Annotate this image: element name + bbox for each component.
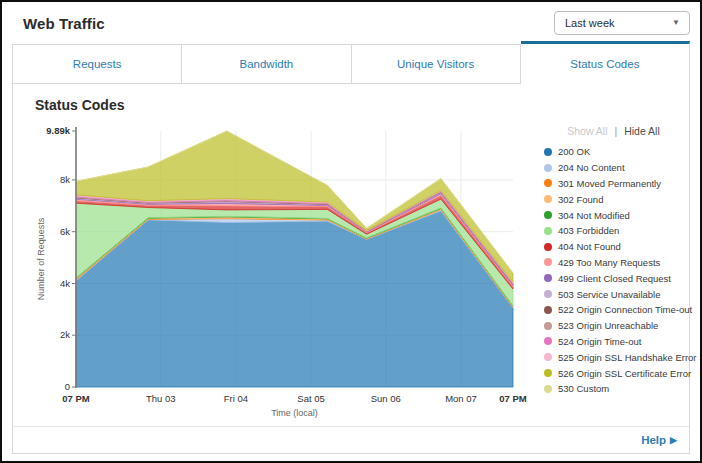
legend-label: 503 Service Unavailable (558, 289, 660, 300)
legend-color-dot (544, 211, 552, 219)
legend-color-dot (544, 322, 552, 330)
tab-status-codes[interactable]: Status Codes (521, 41, 690, 84)
hide-all-button[interactable]: Hide All (624, 125, 660, 137)
legend-item[interactable]: 304 Not Modified (544, 207, 683, 223)
tab-unique-visitors[interactable]: Unique Visitors (352, 44, 521, 84)
legend-item[interactable]: 499 Client Closed Request (544, 270, 683, 286)
chart-and-legend: 02k4k6k8k9.89k07 PMThu 03Fri 04Sat 05Sun… (13, 121, 689, 426)
legend-separator: | (614, 125, 617, 137)
svg-text:Number of Requests: Number of Requests (36, 217, 46, 300)
panel-footer: Help ▶ (13, 426, 689, 453)
legend-label: 302 Found (558, 194, 603, 205)
tab-requests[interactable]: Requests (12, 44, 182, 84)
svg-text:07 PM: 07 PM (499, 393, 527, 404)
show-all-button[interactable]: Show All (567, 125, 607, 137)
legend-item[interactable]: 204 No Content (544, 160, 683, 176)
panel-title: Status Codes (35, 97, 689, 115)
legend-item[interactable]: 302 Found (544, 191, 683, 207)
legend-label: 301 Moved Permanently (558, 178, 661, 189)
legend-color-dot (544, 227, 552, 235)
legend-color-dot (544, 369, 552, 377)
legend-item[interactable]: 403 Forbidden (544, 223, 683, 239)
legend-label: 525 Origin SSL Handshake Error (558, 352, 697, 363)
legend-item[interactable]: 429 Too Many Requests (544, 255, 683, 271)
legend-item[interactable]: 523 Origin Unreachable (544, 318, 683, 334)
legend-label: 522 Origin Connection Time-out (558, 304, 692, 315)
legend-color-dot (544, 148, 552, 156)
legend-label: 524 Origin Time-out (558, 336, 641, 347)
legend-color-dot (544, 385, 552, 393)
svg-text:Thu 03: Thu 03 (146, 393, 176, 404)
legend-item[interactable]: 530 Custom (544, 381, 683, 397)
svg-text:Sun 06: Sun 06 (371, 393, 401, 404)
svg-text:0: 0 (65, 381, 70, 392)
legend-label: 204 No Content (558, 162, 625, 173)
svg-text:Sat 05: Sat 05 (297, 393, 324, 404)
legend-item[interactable]: 503 Service Unavailable (544, 286, 683, 302)
legend-item[interactable]: 524 Origin Time-out (544, 334, 683, 350)
legend-item[interactable]: 301 Moved Permanently (544, 176, 683, 192)
legend-color-dot (544, 353, 552, 361)
chart-canvas[interactable]: 02k4k6k8k9.89k07 PMThu 03Fri 04Sat 05Sun… (33, 121, 538, 426)
svg-text:9.89k: 9.89k (46, 125, 70, 136)
legend-item[interactable]: 526 Origin SSL Certificate Error (544, 365, 683, 381)
chevron-down-icon: ▼ (672, 19, 680, 27)
app-window: Web Traffic Last week ▼ RequestsBandwidt… (0, 0, 702, 463)
legend-label: 429 Too Many Requests (558, 257, 660, 268)
svg-text:6k: 6k (60, 226, 70, 237)
svg-text:4k: 4k (60, 278, 70, 289)
legend-label: 304 Not Modified (558, 210, 630, 221)
legend-label: 403 Forbidden (558, 225, 619, 236)
legend-list: 200 OK204 No Content301 Moved Permanentl… (544, 144, 683, 397)
legend-label: 523 Origin Unreachable (558, 320, 658, 331)
svg-text:2k: 2k (60, 329, 70, 340)
tab-bar: RequestsBandwidthUnique VisitorsStatus C… (12, 44, 690, 84)
svg-text:Time (local): Time (local) (271, 408, 318, 418)
header: Web Traffic Last week ▼ (2, 2, 700, 44)
svg-text:Fri 04: Fri 04 (224, 393, 248, 404)
legend-label: 404 Not Found (558, 241, 621, 252)
legend-color-dot (544, 290, 552, 298)
legend-color-dot (544, 179, 552, 187)
legend-controls: Show All | Hide All (544, 125, 683, 137)
legend-label: 499 Client Closed Request (558, 273, 671, 284)
legend-color-dot (544, 258, 552, 266)
help-arrow-icon: ▶ (670, 436, 677, 445)
legend-label: 200 OK (558, 146, 590, 157)
legend-color-dot (544, 337, 552, 345)
legend-item[interactable]: 404 Not Found (544, 239, 683, 255)
legend-label: 526 Origin SSL Certificate Error (558, 368, 691, 379)
svg-text:Mon 07: Mon 07 (445, 393, 477, 404)
page-title: Web Traffic (23, 15, 105, 32)
svg-text:8k: 8k (60, 174, 70, 185)
legend-color-dot (544, 306, 552, 314)
legend-color-dot (544, 274, 552, 282)
legend-item[interactable]: 525 Origin SSL Handshake Error (544, 349, 683, 365)
help-link[interactable]: Help ▶ (641, 434, 677, 446)
help-label: Help (641, 434, 666, 446)
legend-color-dot (544, 243, 552, 251)
legend-label: 530 Custom (558, 383, 609, 394)
stacked-area-chart[interactable]: 02k4k6k8k9.89k07 PMThu 03Fri 04Sat 05Sun… (33, 121, 538, 419)
legend-item[interactable]: 522 Origin Connection Time-out (544, 302, 683, 318)
time-range-value: Last week (565, 17, 615, 29)
svg-text:07 PM: 07 PM (62, 393, 90, 404)
tab-bandwidth[interactable]: Bandwidth (182, 44, 351, 84)
time-range-select[interactable]: Last week ▼ (554, 11, 690, 35)
legend-color-dot (544, 164, 552, 172)
legend-color-dot (544, 195, 552, 203)
legend-item[interactable]: 200 OK (544, 144, 683, 160)
status-codes-panel: Status Codes 02k4k6k8k9.89k07 PMThu 03Fr… (12, 84, 690, 454)
legend: Show All | Hide All 200 OK204 No Content… (538, 121, 689, 426)
